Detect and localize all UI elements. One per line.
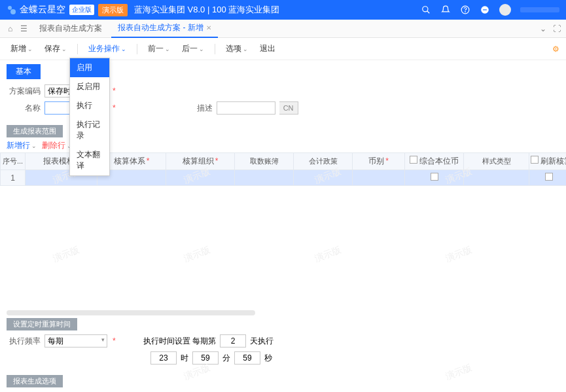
search-icon[interactable] <box>421 5 431 15</box>
second-input[interactable] <box>234 351 260 365</box>
logo-icon <box>7 5 17 15</box>
home-icon[interactable]: ⌂ <box>5 24 15 33</box>
close-icon[interactable]: ✕ <box>206 24 211 31</box>
scope-header: 生成报表范围 <box>7 125 63 137</box>
header-title: 蓝海实业集团 V8.0 | 100 蓝海实业集团 <box>134 4 279 16</box>
bizop-dropdown: 启用 反启用 执行 执行记录 文本翻译 <box>69 58 110 176</box>
time-label: 执行时间设置 每期第 <box>143 336 216 347</box>
cell-style[interactable] <box>464 170 529 186</box>
cell-book[interactable] <box>235 170 294 186</box>
collapse-icon[interactable]: ⌄ <box>540 24 546 33</box>
addrow-button[interactable]: 新增行⌄ <box>7 140 37 151</box>
desc-input[interactable] <box>217 101 275 115</box>
horizontal-scrollbar[interactable] <box>7 310 255 315</box>
bell-icon[interactable] <box>440 5 451 15</box>
demo-badge: 演示版 <box>98 4 128 16</box>
col-policy[interactable]: 会计政策 <box>294 153 353 170</box>
dd-exec[interactable]: 执行 <box>70 96 109 115</box>
user-name-placeholder <box>520 7 559 12</box>
row-index: 1 <box>1 170 26 186</box>
fullscreen-icon[interactable]: ⛶ <box>553 24 561 33</box>
new-button[interactable]: 新增⌄ <box>7 41 37 57</box>
col-refresh[interactable]: 刷新核算维 <box>529 153 567 170</box>
help-icon[interactable] <box>460 5 470 15</box>
col-book[interactable]: 取数账簿 <box>235 153 294 170</box>
timer-header: 设置定时重算时间 <box>7 318 77 330</box>
code-label: 方案编码 <box>7 86 41 97</box>
col-compcur[interactable]: 综合本位币 <box>405 153 464 170</box>
watermark: 演示版 <box>444 244 474 264</box>
tab-label: 报表自动生成方案 - 新增 <box>118 22 203 33</box>
avatar[interactable] <box>499 4 511 16</box>
name-label: 名称 <box>7 103 41 114</box>
minute-label: 分 <box>222 353 230 364</box>
second-label: 秒 <box>264 353 272 364</box>
day-suffix: 天执行 <box>250 336 274 347</box>
watermark: 演示版 <box>182 244 212 264</box>
exit-button[interactable]: 退出 <box>256 41 279 57</box>
bizop-button[interactable]: 业务操作⌄ <box>84 41 130 57</box>
tab-new[interactable]: 报表自动生成方案 - 新增✕ <box>111 20 218 38</box>
minimize-icon[interactable] <box>480 5 490 15</box>
genopt-header: 报表生成选项 <box>7 375 63 387</box>
required-mark: * <box>113 103 116 113</box>
edition-badge: 企业版 <box>69 5 94 15</box>
tab-bar: ⌂ ☰ 报表自动生成方案 报表自动生成方案 - 新增✕ ⌄ ⛶ <box>0 20 566 38</box>
dd-execlog[interactable]: 执行记录 <box>70 115 109 145</box>
option-button[interactable]: 选项⌄ <box>222 41 252 57</box>
col-currency[interactable]: 币别* <box>353 153 405 170</box>
next-button[interactable]: 后一⌄ <box>178 41 208 57</box>
dd-disable[interactable]: 反启用 <box>70 77 109 96</box>
app-header: 金蝶云星空 企业版 演示版 蓝海实业集团 V8.0 | 100 蓝海实业集团 <box>0 0 566 20</box>
cell-policy[interactable] <box>294 170 353 186</box>
required-mark: * <box>113 336 116 346</box>
tab-label: 报表自动生成方案 <box>39 23 102 34</box>
freq-select[interactable] <box>44 334 107 347</box>
watermark: 演示版 <box>51 244 81 264</box>
hour-label: 时 <box>181 353 188 364</box>
cell-compcur[interactable] <box>405 170 464 186</box>
minute-input[interactable] <box>192 351 219 365</box>
svg-point-0 <box>423 7 428 12</box>
save-button[interactable]: 保存⌄ <box>41 41 71 57</box>
hour-input[interactable] <box>150 351 177 365</box>
cell-org[interactable] <box>166 170 235 186</box>
svg-line-1 <box>427 11 430 14</box>
required-mark: * <box>113 86 116 96</box>
col-style[interactable]: 样式类型 <box>464 153 529 170</box>
freq-label: 执行频率 <box>7 336 41 347</box>
day-input[interactable] <box>220 334 246 347</box>
svg-point-3 <box>465 12 466 12</box>
menu-icon[interactable]: ☰ <box>18 24 30 33</box>
desc-label: 描述 <box>189 103 213 114</box>
gear-icon[interactable]: ⚙ <box>552 45 559 54</box>
dd-enable[interactable]: 启用 <box>70 58 109 77</box>
cell-currency[interactable] <box>353 170 405 186</box>
basic-tab[interactable]: 基本 <box>7 64 41 79</box>
lang-suffix[interactable]: CN <box>279 101 298 115</box>
toolbar: 新增⌄ 保存⌄ 业务操作⌄ 前一⌄ 后一⌄ 选项⌄ 退出 ⚙ 启用 反启用 执行… <box>0 38 566 60</box>
prev-button[interactable]: 前一⌄ <box>144 41 174 57</box>
col-org[interactable]: 核算组织* <box>166 153 235 170</box>
cell-refresh[interactable] <box>529 170 567 186</box>
dd-translate[interactable]: 文本翻译 <box>70 145 109 175</box>
brand-name: 金蝶云星空 <box>20 4 65 16</box>
delrow-button[interactable]: 删除行⌄ <box>42 140 72 151</box>
watermark: 演示版 <box>313 244 343 264</box>
col-seq[interactable]: 序号... <box>1 153 26 170</box>
tab-list[interactable]: 报表自动生成方案 <box>33 20 109 38</box>
